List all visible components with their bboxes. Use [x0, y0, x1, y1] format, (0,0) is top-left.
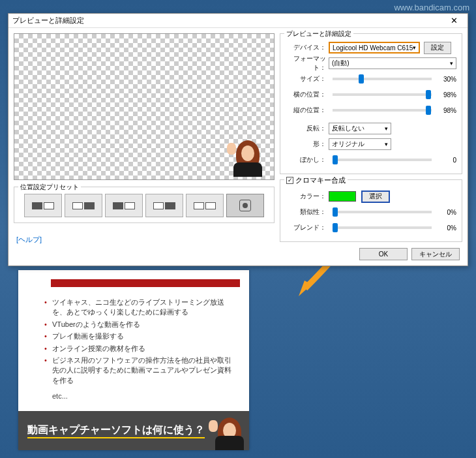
footer-question: 動画キャプチャーソフトは何に使う？ — [27, 423, 205, 438]
color-label: カラー： — [286, 192, 329, 201]
vpos-value: 98% — [436, 107, 456, 114]
flip-select[interactable]: 反転しない — [329, 123, 391, 134]
hpos-label: 横の位置： — [286, 90, 329, 99]
preset-group-label: 位置設定プリセット — [18, 183, 81, 192]
chromakey-group: ✓ クロマキー合成 カラー： 選択 類似性： 0% ブレンド： — [280, 179, 462, 242]
blend-slider[interactable] — [333, 226, 432, 229]
settings-dialog: プレビューと詳細設定 ✕ 位置設定プリセット [ヘルプ] — [8, 13, 468, 266]
list-item: プレイ動画を撮影する — [44, 331, 236, 341]
hpos-value: 98% — [436, 91, 456, 99]
close-button[interactable]: ✕ — [444, 16, 464, 25]
preset-btn-5[interactable] — [186, 194, 224, 217]
webcam-overlay-person — [224, 136, 271, 177]
size-label: サイズ： — [286, 74, 329, 84]
chromakey-checkbox-label: クロマキー合成 — [295, 176, 346, 185]
preset-btn-4[interactable] — [145, 194, 183, 217]
bullet-list: ツイキャス、ニコ生などのライブストリーミング放送を、あとでゆっくり楽しむために録… — [44, 298, 236, 386]
preset-btn-3[interactable] — [105, 194, 143, 217]
footer-bar: 動画キャプチャーソフトは何に使う？ — [18, 411, 249, 450]
flip-label: 反転： — [286, 124, 329, 133]
preset-btn-1[interactable] — [24, 194, 62, 217]
blur-slider[interactable] — [333, 159, 432, 161]
red-bar — [51, 279, 240, 287]
dialog-title: プレビューと詳細設定 — [12, 16, 444, 25]
blend-value: 0% — [436, 224, 456, 232]
device-select[interactable]: Logicool HD Webcam C615 — [329, 42, 420, 53]
etc-text: etc... — [52, 392, 236, 400]
hpos-slider[interactable] — [333, 93, 432, 96]
vpos-slider[interactable] — [333, 109, 432, 112]
preset-btn-6[interactable] — [226, 194, 264, 217]
blur-label: ぼかし： — [286, 155, 329, 164]
similarity-label: 類似性： — [286, 207, 329, 217]
color-swatch — [329, 191, 356, 202]
list-item: ビジネス用のソフトウェアの操作方法を他の社員や取引先の人に説明するために動画マニ… — [44, 356, 236, 386]
device-settings-button[interactable]: 設定 — [424, 42, 451, 54]
blur-value: 0 — [436, 157, 456, 164]
shape-label: 形： — [286, 140, 329, 149]
similarity-value: 0% — [436, 209, 456, 216]
shape-select[interactable]: オリジナル — [329, 138, 391, 150]
format-select[interactable]: (自動) — [329, 57, 456, 69]
background-document: ツイキャス、ニコ生などのライブストリーミング放送を、あとでゆっくり楽しむために録… — [18, 270, 249, 450]
settings-group: プレビューと詳細設定 デバイス： Logicool HD Webcam C615… — [280, 33, 462, 174]
help-link[interactable]: [ヘルプ] — [16, 235, 275, 245]
list-item: オンライン授業の教材を作る — [44, 344, 236, 354]
vpos-label: 縦の位置： — [286, 106, 329, 115]
color-select-button[interactable]: 選択 — [361, 191, 390, 203]
watermark-text: www.bandicam.com — [394, 3, 469, 12]
preset-btn-2[interactable] — [65, 194, 102, 217]
device-label: デバイス： — [286, 43, 329, 52]
chromakey-label: ✓ クロマキー合成 — [284, 176, 348, 185]
size-slider[interactable] — [333, 78, 432, 80]
ok-button[interactable]: OK — [359, 248, 408, 260]
position-preset-group: 位置設定プリセット — [14, 187, 275, 223]
size-value: 30% — [436, 76, 456, 83]
similarity-slider[interactable] — [333, 211, 432, 213]
format-label: フォーマット： — [286, 54, 329, 72]
list-item: VTuberのような動画を作る — [44, 320, 236, 329]
blend-label: ブレンド： — [286, 223, 329, 232]
person-graphic — [206, 414, 246, 450]
settings-group-label: プレビューと詳細設定 — [284, 29, 353, 38]
preview-area — [14, 33, 275, 180]
chromakey-checkbox[interactable]: ✓ — [286, 177, 293, 184]
cancel-button[interactable]: キャンセル — [411, 248, 460, 260]
list-item: ツイキャス、ニコ生などのライブストリーミング放送を、あとでゆっくり楽しむために録… — [44, 298, 236, 318]
titlebar: プレビューと詳細設定 ✕ — [8, 14, 468, 28]
